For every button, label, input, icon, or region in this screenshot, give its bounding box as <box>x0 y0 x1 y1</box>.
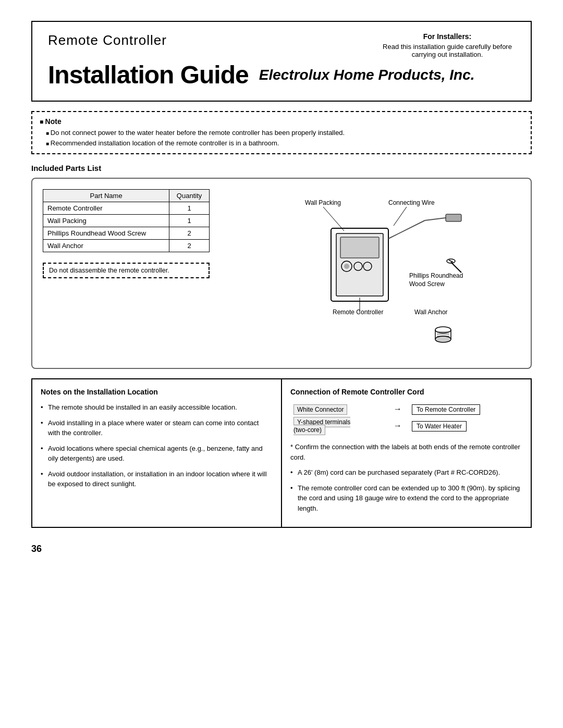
parts-big-box: Part Name Quantity Remote Controller 1 W… <box>31 178 532 369</box>
svg-text:Wood Screw: Wood Screw <box>409 280 445 288</box>
list-item: Avoid outdoor installation, or installat… <box>41 469 273 489</box>
included-parts-heading: Included Parts List <box>31 164 532 172</box>
table-row: Remote Controller 1 <box>43 202 210 215</box>
list-item: Avoid installing in a place where water … <box>41 418 273 438</box>
part-qty-3: 2 <box>169 227 210 240</box>
table-row: Y-shaped terminals(two-core) → To Water … <box>290 416 522 436</box>
svg-text:Remote Controller: Remote Controller <box>333 309 383 316</box>
parts-left: Part Name Quantity Remote Controller 1 W… <box>43 189 210 357</box>
svg-line-3 <box>394 207 407 226</box>
installation-location-heading: Notes on the Installation Location <box>41 388 273 396</box>
part-name-2: Wall Packing <box>43 215 169 227</box>
note-line1: Do not connect power to the water heater… <box>40 128 523 138</box>
connection-bullets: A 26' (8m) cord can be purchased separat… <box>290 467 522 513</box>
table-row: Wall Anchor 2 <box>43 240 210 252</box>
connection-note-star: * Confirm the connection with the labels… <box>290 442 522 462</box>
conn-target-remote: To Remote Controller <box>409 402 522 416</box>
electrolux-logo: Electrolux Home Products, Inc. <box>259 67 475 83</box>
parts-table: Part Name Quantity Remote Controller 1 W… <box>43 189 210 252</box>
svg-text:Wall Anchor: Wall Anchor <box>414 309 448 316</box>
remote-controller-title: Remote Controller <box>48 32 167 48</box>
for-installers-text: Read this installation guide carefully b… <box>383 43 512 58</box>
svg-text:Phillips Roundhead: Phillips Roundhead <box>409 272 463 279</box>
for-installers-label: For Installers: <box>380 32 515 41</box>
svg-text:Wall Packing: Wall Packing <box>305 199 341 206</box>
conn-label-yshaped: Y-shaped terminals(two-core) <box>290 416 386 436</box>
part-name-3: Phillips Roundhead Wood Screw <box>43 227 169 240</box>
conn-target-heater: To Water Heater <box>409 416 522 436</box>
installation-location-list: The remote should be installed in an eas… <box>41 402 273 489</box>
page-number: 36 <box>31 544 532 554</box>
note-line2: Recommended installation location of the… <box>40 138 523 149</box>
header-box: Remote Controller For Installers: Read t… <box>31 21 532 102</box>
svg-rect-13 <box>446 214 461 221</box>
dont-disassemble-box: Do not disassemble the remote controller… <box>43 263 210 278</box>
svg-line-20 <box>449 260 453 262</box>
list-item: A 26' (8m) cord can be purchased separat… <box>290 467 522 478</box>
svg-rect-6 <box>340 237 379 258</box>
parts-svg: Wall Packing Connecting Wire Remote C <box>225 189 520 356</box>
part-qty-4: 2 <box>169 240 210 252</box>
part-name-4: Wall Anchor <box>43 240 169 252</box>
arrow-icon: → <box>386 416 409 436</box>
svg-point-8 <box>344 264 349 269</box>
conn-label-white: White Connector <box>290 402 386 416</box>
svg-text:Connecting Wire: Connecting Wire <box>388 199 435 206</box>
list-item: The remote controller cord can be extend… <box>290 483 522 514</box>
connection-heading: Connection of Remote Controller Cord <box>290 388 522 396</box>
svg-point-28 <box>435 336 451 342</box>
table-row: White Connector → To Remote Controller <box>290 402 522 416</box>
table-row: Phillips Roundhead Wood Screw 2 <box>43 227 210 240</box>
list-item: Avoid locations where special chemical a… <box>41 443 273 464</box>
parts-diagram: Wall Packing Connecting Wire Remote C <box>225 189 520 357</box>
svg-line-12 <box>425 218 446 220</box>
connection-section: Connection of Remote Controller Cord Whi… <box>282 379 531 527</box>
col-quantity: Quantity <box>169 190 210 202</box>
table-row: Wall Packing 1 <box>43 215 210 227</box>
bottom-section: Notes on the Installation Location The r… <box>31 378 532 528</box>
part-qty-1: 1 <box>169 202 210 215</box>
part-name-1: Remote Controller <box>43 202 169 215</box>
note-label: Note <box>40 117 523 126</box>
for-installers-block: For Installers: Read this installation g… <box>380 32 515 58</box>
list-item: The remote should be installed in an eas… <box>41 402 273 413</box>
note-box: Note Do not connect power to the water h… <box>31 111 532 154</box>
col-part-name: Part Name <box>43 190 169 202</box>
part-qty-2: 1 <box>169 215 210 227</box>
svg-line-2 <box>323 207 344 231</box>
installation-location-section: Notes on the Installation Location The r… <box>32 379 282 527</box>
svg-line-23 <box>456 267 459 270</box>
connection-table: White Connector → To Remote Controller Y… <box>290 402 522 436</box>
arrow-icon: → <box>386 402 409 416</box>
svg-line-11 <box>388 220 425 239</box>
installation-guide-title: Installation Guide <box>48 63 249 88</box>
dont-disassemble-text: Do not disassemble the remote controller… <box>49 267 169 274</box>
